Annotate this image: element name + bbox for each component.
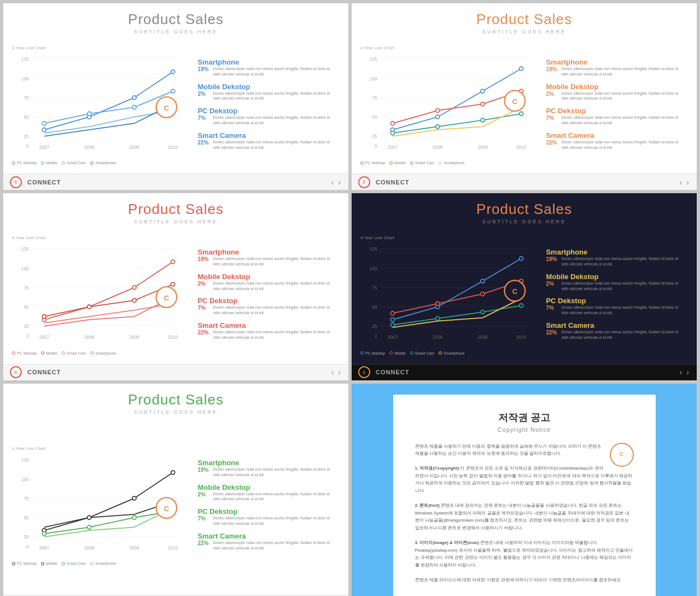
product-mobile-3-desc: Donec ullamcorper nulla non metus auctor… bbox=[213, 281, 335, 292]
legend2-mobile-label: Mobile bbox=[394, 161, 406, 165]
product-pc-1-name: PC Dekstop bbox=[197, 107, 335, 115]
legend2-mobile-dot bbox=[389, 161, 393, 165]
slide-4-content: 4 Year Line Chart 125 100 75 50 25 0 bbox=[352, 227, 697, 363]
slide-4-chart-label: 4 Year Line Chart bbox=[360, 235, 394, 240]
svg-text:125: 125 bbox=[21, 57, 29, 62]
slide-4-svg: 125 100 75 50 25 0 2007 2008 2009 2010 bbox=[360, 242, 540, 345]
svg-point-50 bbox=[481, 118, 485, 122]
legend-smartphone-label: Smartphone bbox=[95, 161, 116, 165]
slide-2-connect: CONNECT bbox=[376, 179, 409, 186]
product-mobile-3-entry: 2% Donec ullamcorper nulla non metus auc… bbox=[197, 281, 335, 292]
svg-text:2009: 2009 bbox=[129, 335, 139, 340]
svg-text:C: C bbox=[512, 97, 517, 106]
legend2-pc-dot bbox=[360, 161, 364, 165]
svg-text:50: 50 bbox=[372, 115, 377, 120]
slide-1: Product Sales SUBTITLE GOES HERE 4 Year … bbox=[3, 3, 348, 190]
svg-text:125: 125 bbox=[21, 247, 29, 252]
product-camera-5-pct: 22% bbox=[197, 540, 211, 546]
legend4-smartphone-label: Smartphone bbox=[444, 351, 464, 355]
product-camera-3-entry: 22% Donec ullamcorper nulla non metus au… bbox=[197, 329, 335, 340]
legend5-smartcam: Smart Cam bbox=[62, 562, 86, 565]
svg-text:100: 100 bbox=[370, 267, 377, 271]
svg-text:75: 75 bbox=[24, 286, 29, 291]
svg-point-18 bbox=[171, 70, 175, 74]
svg-point-42 bbox=[481, 89, 485, 93]
svg-point-19 bbox=[42, 121, 46, 125]
product-smartphone-3: Smartphone 19% Donec ullamcorper nulla n… bbox=[197, 248, 335, 267]
svg-text:25: 25 bbox=[24, 134, 29, 139]
next-button-4[interactable]: › bbox=[685, 368, 690, 377]
product-camera-5: Smart Camera 22% Donec ullamcorper nulla… bbox=[197, 532, 335, 551]
slide-3-content: 4 Year Line Chart 125 100 75 50 25 0 bbox=[3, 227, 348, 363]
slide-2-svg-container: 125 100 75 50 25 0 2007 2008 2009 2010 bbox=[360, 53, 540, 158]
slide-1-chart: 4 Year Line Chart 125 100 75 50 bbox=[12, 45, 192, 165]
svg-point-72 bbox=[171, 260, 175, 264]
product-pc-4-entry: 7% Donec ullamcorper nulla non metus auc… bbox=[546, 305, 684, 316]
slide-5-svg-container: 125 100 75 50 25 0 2007 2008 2009 2010 bbox=[12, 453, 192, 558]
legend4-mobile: Mobile bbox=[389, 351, 406, 355]
svg-text:2010: 2010 bbox=[168, 335, 178, 340]
product-smartphone-4-pct: 19% bbox=[546, 256, 559, 262]
next-button-1[interactable]: › bbox=[337, 178, 342, 187]
product-camera-2-entry: 22% Donec ullamcorper nulla non metus au… bbox=[546, 140, 684, 151]
product-pc-1-entry: 7% Donec ullamcorper nulla non metus auc… bbox=[197, 115, 335, 126]
copyright-body: C 콘텐츠 제품을 사용하기 전에 다음의 항목을 꼼꼼하게 살펴봐 주시기 바… bbox=[415, 443, 634, 584]
slide-2-footer-left: C CONNECT bbox=[358, 176, 409, 188]
product-pc-1-pct: 7% bbox=[197, 115, 211, 121]
copyright-title-en: Copyright Notice bbox=[415, 426, 634, 433]
legend3-mobile: Mobile bbox=[41, 351, 57, 355]
product-camera-5-desc: Donec ullamcorper nulla non metus auctor… bbox=[213, 540, 335, 551]
slide-5-subtitle: SUBTITLE GOES HERE bbox=[3, 409, 348, 415]
legend5-pc-dot bbox=[12, 562, 15, 565]
svg-point-98 bbox=[390, 311, 394, 315]
slide-1-connect: CONNECT bbox=[27, 179, 61, 186]
product-smartphone-2-name: Smartphone bbox=[546, 58, 684, 66]
slide-3: Product Sales SUBTITLE GOES HERE 4 Year … bbox=[3, 193, 348, 380]
legend3-smartcam-label: Smart Cam bbox=[67, 351, 86, 355]
slide-2-chart-label: 4 Year Line Chart bbox=[360, 45, 394, 50]
next-button-3[interactable]: › bbox=[337, 368, 342, 377]
svg-point-45 bbox=[436, 108, 440, 112]
legend3-pc-label: PC dekstop bbox=[17, 351, 37, 355]
slide-3-legend: PC dekstop Mobile Smart Cam Smartphone bbox=[12, 351, 116, 355]
prev-button-4[interactable]: ‹ bbox=[679, 368, 684, 377]
legend5-mobile-dot bbox=[41, 562, 44, 565]
svg-point-103 bbox=[436, 317, 440, 321]
next-button-2[interactable]: › bbox=[685, 178, 690, 187]
legend2-smartphone-label: Smartphone bbox=[444, 161, 464, 165]
svg-point-46 bbox=[481, 102, 485, 106]
legend2-pc-label: PC dekstop bbox=[365, 161, 385, 165]
legend-smartcam-dot bbox=[62, 161, 65, 165]
product-pc-3-name: PC Dekstop bbox=[197, 297, 335, 305]
product-camera-5-entry: 22% Donec ullamcorper nulla non metus au… bbox=[197, 540, 335, 551]
product-camera-2-pct: 22% bbox=[546, 140, 559, 146]
slide-3-logo: C bbox=[10, 366, 22, 378]
slide-4: Product Sales SUBTITLE GOES HERE 4 Year … bbox=[352, 193, 697, 380]
product-mobile-3: Mobile Dekstop 2% Donec ullamcorper null… bbox=[197, 273, 335, 292]
slide-2-chart: 4 Year Line Chart 125 100 75 50 25 0 bbox=[360, 45, 540, 165]
svg-text:50: 50 bbox=[24, 115, 29, 120]
legend5-mobile-label: Mobile bbox=[46, 562, 57, 565]
svg-text:0: 0 bbox=[26, 334, 29, 339]
slide-2-logo: C bbox=[358, 176, 370, 188]
product-mobile-5: Mobile Dekstop 2% Donec ullamcorper null… bbox=[197, 483, 335, 502]
prev-button-1[interactable]: ‹ bbox=[330, 178, 335, 187]
prev-button-2[interactable]: ‹ bbox=[679, 178, 684, 187]
slide-3-info: Smartphone 19% Donec ullamcorper nulla n… bbox=[197, 235, 335, 355]
slide-4-logo: C bbox=[358, 366, 370, 378]
svg-point-44 bbox=[390, 121, 394, 125]
prev-button-3[interactable]: ‹ bbox=[330, 368, 335, 377]
product-pc-2-desc: Donec ullamcorper nulla non metus auctor… bbox=[561, 115, 684, 126]
legend4-pc: PC dekstop bbox=[360, 351, 385, 355]
legend2-smartcam: Smart Cam bbox=[410, 161, 434, 165]
product-smartphone-1: Smartphone 19% Donec ullamcorper nulla n… bbox=[197, 58, 335, 77]
legend5-pc: PC dekstop bbox=[12, 562, 37, 565]
product-camera-3: Smart Camera 22% Donec ullamcorper nulla… bbox=[197, 321, 335, 340]
slide-1-info: Smartphone 19% Donec ullamcorper nulla n… bbox=[197, 45, 335, 165]
main-grid: Product Sales SUBTITLE GOES HERE 4 Year … bbox=[0, 0, 700, 596]
product-camera-3-desc: Donec ullamcorper nulla non metus auctor… bbox=[213, 329, 335, 340]
svg-text:2008: 2008 bbox=[433, 335, 443, 340]
svg-text:100: 100 bbox=[370, 77, 377, 82]
product-pc-2-name: PC Dekstop bbox=[546, 107, 684, 115]
copyright-footer-text: 콘텐츠 제품 라이선스에 대한 자세한 사항은 관련에 따하시기 따라서 기채한… bbox=[415, 576, 634, 584]
